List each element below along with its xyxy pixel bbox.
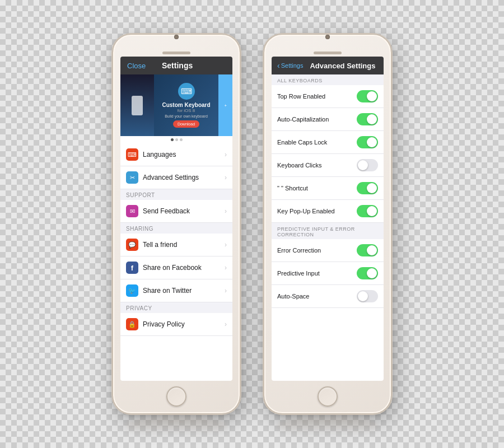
auto-cap-label: Auto-Capitalization bbox=[277, 116, 357, 123]
keyboard-clicks-toggle[interactable] bbox=[357, 159, 378, 171]
toggle-caps-lock[interactable]: Enable Caps Lock bbox=[272, 131, 384, 154]
auto-cap-thumb bbox=[367, 114, 377, 124]
toggle-key-popup[interactable]: Key Pop-Up Enabled bbox=[272, 200, 384, 223]
toggle-shortcut[interactable]: " " Shortcut bbox=[272, 177, 384, 200]
phone-2: ‹ Settings Advanced Settings ALL KEYBOAR… bbox=[263, 34, 392, 414]
download-button[interactable]: Download bbox=[173, 120, 199, 128]
shortcut-label: " " Shortcut bbox=[277, 185, 357, 192]
top-row-toggle[interactable] bbox=[357, 90, 378, 102]
error-correction-thumb bbox=[367, 245, 377, 255]
auto-space-thumb bbox=[358, 291, 368, 301]
toggle-error-correction[interactable]: Error Correction bbox=[272, 239, 384, 262]
twitter-label: Share on Twitter bbox=[143, 287, 220, 295]
advanced-chevron: › bbox=[225, 174, 227, 181]
privacy-chevron: › bbox=[225, 320, 227, 328]
facebook-label: Share on Facebook bbox=[143, 264, 220, 272]
settings-title: Settings bbox=[162, 61, 193, 70]
banner-dots bbox=[120, 136, 232, 143]
screen-2: ‹ Settings Advanced Settings ALL KEYBOAR… bbox=[272, 57, 384, 381]
menu-item-privacy[interactable]: 🔒 Privacy Policy › bbox=[120, 313, 232, 336]
keyboard-clicks-label: Keyboard Clicks bbox=[277, 162, 357, 169]
shortcut-thumb bbox=[367, 183, 377, 193]
home-button-1[interactable] bbox=[166, 386, 186, 407]
keyboard-clicks-thumb bbox=[358, 160, 368, 170]
back-label: Settings bbox=[281, 62, 304, 69]
camera-2 bbox=[325, 35, 330, 39]
shortcut-toggle[interactable] bbox=[357, 182, 378, 194]
error-correction-toggle[interactable] bbox=[357, 244, 378, 256]
predictive-input-label: Predictive Input bbox=[277, 270, 357, 277]
menu-item-languages[interactable]: ⌨ Languages › bbox=[120, 143, 232, 166]
menu-item-feedback[interactable]: ✉ Send Feedback › bbox=[120, 200, 232, 223]
feedback-icon: ✉ bbox=[126, 205, 138, 217]
facebook-icon: f bbox=[126, 262, 138, 274]
predictive-section: PREDICTIVE INPUT & ERROR CORRECTION bbox=[272, 223, 384, 239]
caps-lock-thumb bbox=[367, 137, 377, 147]
menu-item-twitter[interactable]: 🐦 Share on Twitter › bbox=[120, 279, 232, 302]
toggle-predictive-input[interactable]: Predictive Input bbox=[272, 262, 384, 285]
dot-3 bbox=[180, 138, 183, 141]
screen-1: Close Settings ⌨ Custom Keyboard for iOS… bbox=[120, 57, 232, 381]
languages-label: Languages bbox=[143, 151, 220, 158]
tell-chevron: › bbox=[225, 241, 227, 249]
speaker-1 bbox=[162, 52, 190, 54]
menu-item-tell[interactable]: 💬 Tell a friend › bbox=[120, 234, 232, 256]
feedback-chevron: › bbox=[225, 207, 227, 215]
tell-icon: 💬 bbox=[126, 239, 138, 251]
languages-chevron: › bbox=[225, 151, 227, 158]
twitter-chevron: › bbox=[225, 287, 227, 295]
predictive-input-thumb bbox=[367, 268, 377, 278]
auto-space-toggle[interactable] bbox=[357, 290, 378, 302]
menu-item-facebook[interactable]: f Share on Facebook › bbox=[120, 256, 232, 279]
key-popup-label: Key Pop-Up Enabled bbox=[277, 208, 357, 214]
advanced-settings-title: Advanced Settings bbox=[310, 62, 375, 70]
speaker-2 bbox=[314, 52, 342, 54]
top-row-label: Top Row Enabled bbox=[277, 93, 357, 100]
dot-2 bbox=[175, 138, 178, 141]
reflection-1 bbox=[126, 416, 227, 436]
key-popup-thumb bbox=[367, 206, 377, 216]
facebook-chevron: › bbox=[225, 264, 227, 272]
advanced-label: Advanced Settings bbox=[143, 174, 220, 181]
twitter-icon: 🐦 bbox=[126, 284, 138, 297]
toggle-keyboard-clicks[interactable]: Keyboard Clicks bbox=[272, 154, 384, 177]
caps-lock-label: Enable Caps Lock bbox=[277, 139, 357, 146]
back-button[interactable]: ‹ Settings bbox=[277, 61, 303, 70]
feedback-label: Send Feedback bbox=[143, 207, 220, 215]
privacy-label: Privacy Policy bbox=[143, 320, 220, 328]
top-row-thumb bbox=[367, 91, 377, 101]
advanced-icon: ✂ bbox=[126, 171, 138, 184]
phone-1: Close Settings ⌨ Custom Keyboard for iOS… bbox=[112, 34, 241, 414]
languages-icon: ⌨ bbox=[126, 148, 138, 161]
error-correction-label: Error Correction bbox=[277, 247, 357, 254]
banner-title: Custom Keyboard bbox=[162, 102, 210, 108]
menu-item-advanced[interactable]: ✂ Advanced Settings › bbox=[120, 166, 232, 189]
auto-space-label: Auto-Space bbox=[277, 293, 357, 300]
all-keyboards-section: ALL KEYBOARDS bbox=[272, 74, 384, 85]
support-section: SUPPORT bbox=[120, 189, 232, 200]
privacy-section: PRIVACY bbox=[120, 302, 232, 313]
caps-lock-toggle[interactable] bbox=[357, 136, 378, 148]
banner-for-text: for iOS 8 bbox=[178, 108, 195, 113]
privacy-icon: 🔒 bbox=[126, 318, 138, 330]
close-button[interactable]: Close bbox=[127, 62, 146, 70]
banner-description: Build your own keyboard bbox=[165, 114, 208, 118]
reflection-2 bbox=[277, 416, 378, 436]
toggle-auto-space[interactable]: Auto-Space bbox=[272, 285, 384, 308]
banner-area: ⌨ Custom Keyboard for iOS 8 Build your o… bbox=[120, 74, 232, 136]
advanced-header: ‹ Settings Advanced Settings bbox=[272, 57, 384, 74]
settings-header: Close Settings bbox=[120, 57, 232, 74]
toggle-auto-cap[interactable]: Auto-Capitalization bbox=[272, 108, 384, 131]
predictive-input-toggle[interactable] bbox=[357, 267, 378, 279]
home-button-2[interactable] bbox=[318, 386, 338, 407]
auto-cap-toggle[interactable] bbox=[357, 113, 378, 125]
camera-1 bbox=[174, 35, 179, 39]
tell-label: Tell a friend bbox=[143, 241, 220, 249]
dot-1 bbox=[171, 138, 174, 141]
key-popup-toggle[interactable] bbox=[357, 205, 378, 217]
toggle-top-row[interactable]: Top Row Enabled bbox=[272, 85, 384, 108]
sharing-section: SHARING bbox=[120, 223, 232, 234]
